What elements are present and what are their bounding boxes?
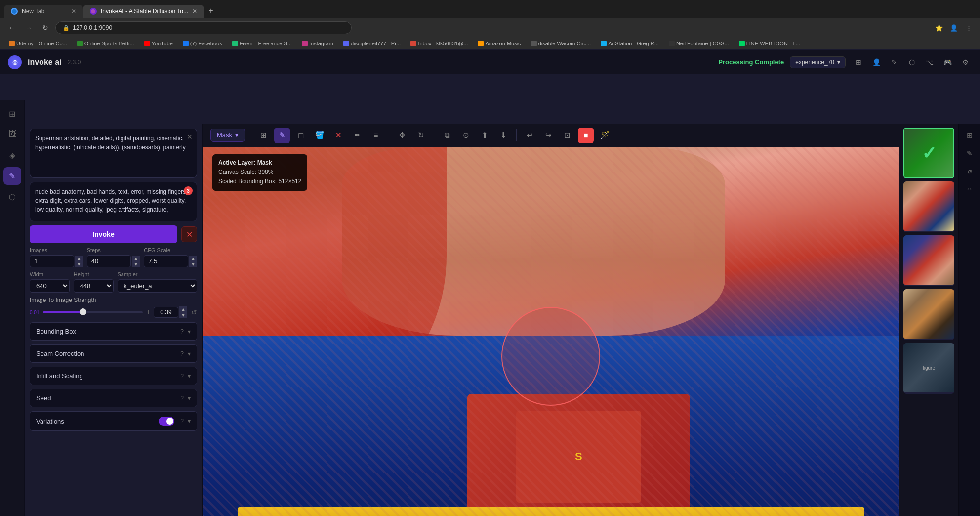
browser-tab-invoke[interactable]: 🟣 InvokeAI - A Stable Diffusion To... ✕ <box>83 5 204 18</box>
gallery-thumb-5[interactable]: figure <box>903 343 954 394</box>
tab-close-newtab[interactable]: ✕ <box>71 8 76 15</box>
menu-button[interactable]: ⋮ <box>962 21 975 34</box>
settings-icon[interactable]: ⚙ <box>958 55 972 69</box>
img2img-value-input[interactable] <box>154 307 178 318</box>
tool-eraser[interactable]: ◻ <box>293 128 309 143</box>
height-select[interactable]: 448 512 768 <box>74 279 114 293</box>
tool-menu[interactable]: ≡ <box>368 128 384 143</box>
sidebar-icon-text2img[interactable]: ⊞ <box>3 105 21 123</box>
cfg-step-up[interactable]: ▲ <box>189 256 197 261</box>
seed-info[interactable]: ? <box>180 395 184 402</box>
gallery-thumb-2[interactable] <box>903 181 954 232</box>
img2img-step-up[interactable]: ▲ <box>179 306 187 312</box>
tool-clear-mask[interactable]: ✕ <box>330 128 346 143</box>
tool-brush[interactable]: ✎ <box>274 128 290 143</box>
negative-prompt-text[interactable]: nude bad anatomy, bad hands, text, error… <box>35 187 192 214</box>
img2img-step-down[interactable]: ▼ <box>179 312 187 318</box>
cfg-input[interactable] <box>144 255 188 267</box>
sampler-select[interactable]: k_euler_a k_euler ddim <box>118 279 198 293</box>
bounding-box-header[interactable]: Bounding Box ? ▾ <box>30 323 197 340</box>
bookmark-amazon-music[interactable]: Amazon Music <box>474 40 525 47</box>
img2img-reset[interactable]: ↺ <box>191 308 197 316</box>
rp-icon-3[interactable]: ⌀ <box>962 163 978 179</box>
steps-step-up[interactable]: ▲ <box>132 256 140 261</box>
new-tab-button[interactable]: + <box>204 4 218 18</box>
seam-correction-info[interactable]: ? <box>180 350 184 357</box>
sidebar-icon-nodes[interactable]: ⬡ <box>3 188 21 206</box>
tool-bucket[interactable]: 🪣 <box>312 128 327 143</box>
tool-fit[interactable]: ⊡ <box>559 128 575 143</box>
positive-prompt-text[interactable]: Superman artstation, detailed, digital p… <box>35 134 192 152</box>
canvas-area[interactable]: S Active Layer: Mask Canvas Scale: 398% <box>203 147 899 516</box>
sidebar-icon-canvas[interactable]: ✎ <box>3 167 21 185</box>
bookmark-webtoon[interactable]: LINE WEBTOON - L... <box>735 40 804 47</box>
images-step-down[interactable]: ▼ <box>75 261 83 267</box>
prompt-clear-button[interactable]: ✕ <box>187 133 193 141</box>
gallery-thumb-4[interactable] <box>903 289 954 340</box>
sidebar-icon-unified[interactable]: ◈ <box>3 146 21 164</box>
tool-wand[interactable]: 🪄 <box>597 128 612 143</box>
bookmark-youtube[interactable]: YouTube <box>140 40 177 47</box>
rp-icon-2[interactable]: ✎ <box>962 145 978 161</box>
bookmark-neil[interactable]: Neil Fontaine | CGS... <box>665 40 733 47</box>
tool-move[interactable]: ✥ <box>394 128 410 143</box>
github-icon[interactable]: ⌥ <box>923 55 937 69</box>
seed-header[interactable]: Seed ? ▾ <box>30 389 197 407</box>
mask-selector[interactable]: Mask ▾ <box>210 129 245 142</box>
gallery-thumb-1[interactable]: ✓ <box>903 128 954 178</box>
variations-header[interactable]: Variations ? ▾ <box>30 412 197 430</box>
address-bar[interactable]: 🔒 127.0.0.1:9090 <box>55 21 352 34</box>
node-icon[interactable]: ⬡ <box>905 55 919 69</box>
sidebar-icon-img2img[interactable]: 🖼 <box>3 126 21 143</box>
experience-selector[interactable]: experience_70 ▾ <box>790 56 846 68</box>
infill-scaling-info[interactable]: ? <box>180 373 184 380</box>
tool-save-layer[interactable]: ⊙ <box>458 128 474 143</box>
bookmark-instagram[interactable]: Instagram <box>298 40 337 47</box>
images-step-up[interactable]: ▲ <box>75 256 83 261</box>
user-icon[interactable]: 👤 <box>869 55 883 69</box>
gallery-thumb-3[interactable] <box>903 235 954 286</box>
reload-button[interactable]: ↻ <box>39 21 52 35</box>
bookmark-fiverr[interactable]: Fiverr - Freelance S... <box>228 40 296 47</box>
rp-icon-1[interactable]: ⊞ <box>962 128 978 143</box>
tool-rotate[interactable]: ↻ <box>413 128 429 143</box>
width-select[interactable]: 640 512 768 <box>30 279 70 293</box>
tool-color[interactable]: ✒ <box>349 128 365 143</box>
browser-tab-newtab[interactable]: 🔵 New Tab ✕ <box>4 5 83 18</box>
cancel-button[interactable]: ✕ <box>181 226 197 242</box>
invoke-button[interactable]: Invoke <box>30 225 177 243</box>
tool-undo[interactable]: ↩ <box>522 128 537 143</box>
tool-redo[interactable]: ↪ <box>540 128 556 143</box>
variations-toggle[interactable] <box>159 417 174 426</box>
seam-correction-header[interactable]: Seam Correction ? ▾ <box>30 345 197 362</box>
tool-grid[interactable]: ⊞ <box>255 128 271 143</box>
bounding-box-info[interactable]: ? <box>180 328 184 335</box>
forward-button[interactable]: → <box>22 21 36 35</box>
edit-icon[interactable]: ✎ <box>887 55 901 69</box>
bookmark-facebook[interactable]: (7) Facebook <box>179 40 226 47</box>
variations-info[interactable]: ? <box>180 418 184 425</box>
img2img-slider[interactable] <box>43 311 143 313</box>
gallery-icon[interactable]: ⊞ <box>852 55 865 69</box>
bookmark-wacom[interactable]: disable Wacom Circ... <box>527 40 595 47</box>
tab-close-invoke[interactable]: ✕ <box>192 8 197 15</box>
bookmark-udemy[interactable]: Udemy - Online Co... <box>5 40 71 47</box>
discord-icon[interactable]: 🎮 <box>940 55 954 69</box>
bookmark-inbox[interactable]: Inbox - klk56831@... <box>407 40 472 47</box>
bookmark-sports[interactable]: Online Sports Betti... <box>73 40 138 47</box>
bookmark-disciple[interactable]: discipleneil777 - Pr... <box>339 40 405 47</box>
tool-accept[interactable]: ■ <box>578 128 594 143</box>
tool-layer[interactable]: ⧉ <box>439 128 455 143</box>
tool-download[interactable]: ⬇ <box>495 128 511 143</box>
cfg-step-down[interactable]: ▼ <box>189 261 197 267</box>
rp-icon-4[interactable]: ↔ <box>962 181 978 197</box>
back-button[interactable]: ← <box>5 21 19 35</box>
extensions-button[interactable]: ⭐ <box>933 21 945 34</box>
infill-scaling-header[interactable]: Infill and Scaling ? ▾ <box>30 367 197 385</box>
tool-upload[interactable]: ⬆ <box>477 128 492 143</box>
profile-button[interactable]: 👤 <box>947 21 960 34</box>
steps-input[interactable] <box>87 255 131 267</box>
steps-step-down[interactable]: ▼ <box>132 261 140 267</box>
images-input[interactable] <box>30 255 74 267</box>
bookmark-artstation[interactable]: ArtStation - Greg R... <box>597 40 663 47</box>
